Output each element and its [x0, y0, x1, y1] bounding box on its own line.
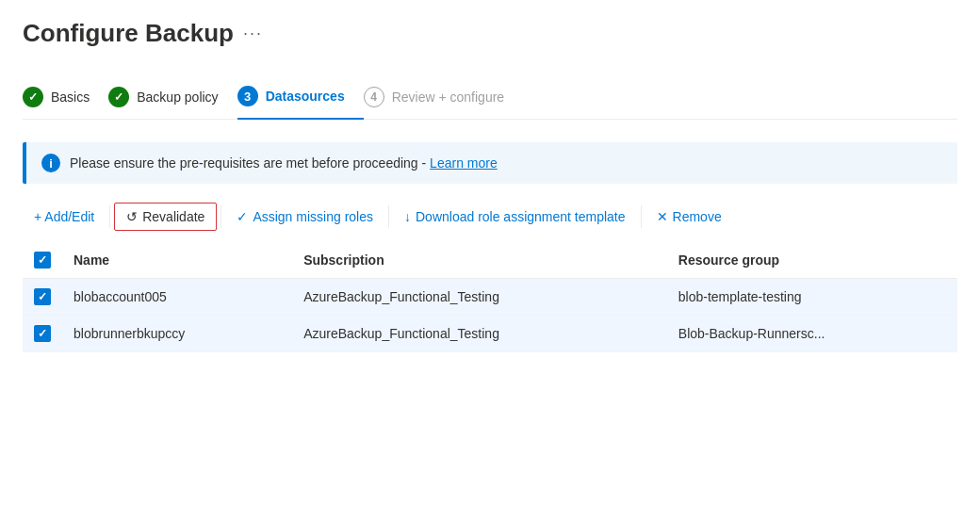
step-basics-circle: ✓	[23, 87, 43, 107]
select-all-checkbox[interactable]	[34, 252, 51, 269]
step-review-label: Review + configure	[392, 90, 504, 105]
step-datasources[interactable]: 3 Datasources	[237, 74, 364, 120]
download-icon: ↓	[404, 209, 411, 224]
info-icon: i	[41, 154, 60, 172]
add-edit-button[interactable]: + Add/Edit	[23, 204, 106, 230]
step-datasources-label: Datasources	[266, 89, 345, 104]
table-row[interactable]: blobaccount005 AzureBackup_Functional_Te…	[23, 279, 957, 316]
step-basics[interactable]: ✓ Basics	[23, 75, 108, 119]
toolbar-separator-4	[641, 205, 642, 228]
row-2-name: blobrunnerbkupccy	[62, 316, 292, 352]
toolbar-separator-3	[388, 205, 389, 228]
row-1-name: blobaccount005	[62, 279, 292, 316]
row-checkbox-1[interactable]	[23, 279, 62, 316]
row-checkbox-2[interactable]	[23, 316, 62, 352]
step-review-circle: 4	[364, 87, 384, 107]
remove-icon: ✕	[657, 209, 668, 224]
table-header-row: Name Subscription Resource group	[23, 242, 957, 279]
step-basics-label: Basics	[51, 90, 90, 105]
revalidate-icon: ↺	[126, 209, 138, 224]
step-backup-policy-circle: ✓	[108, 87, 129, 107]
page-header: Configure Backup ···	[23, 19, 957, 48]
toolbar-separator-1	[109, 205, 110, 228]
step-review[interactable]: 4 Review + configure	[364, 75, 523, 119]
row-2-resource-group: Blob-Backup-Runnersc...	[667, 316, 957, 352]
learn-more-link[interactable]: Learn more	[430, 155, 498, 171]
table-row[interactable]: blobrunnerbkupccy AzureBackup_Functional…	[23, 316, 957, 352]
download-template-button[interactable]: ↓ Download role assignment template	[393, 204, 637, 230]
info-banner: i Please ensure the pre-requisites are m…	[23, 142, 957, 184]
table-header-resource-group: Resource group	[667, 242, 957, 279]
row-2-subscription: AzureBackup_Functional_Testing	[292, 316, 667, 352]
toolbar-separator-2	[220, 205, 221, 228]
step-backup-policy[interactable]: ✓ Backup policy	[108, 75, 237, 119]
row-2-checkbox[interactable]	[34, 325, 51, 342]
row-1-resource-group: blob-template-testing	[667, 279, 957, 316]
step-backup-policy-label: Backup policy	[137, 90, 218, 105]
remove-button[interactable]: ✕ Remove	[645, 204, 733, 230]
table-header-subscription: Subscription	[292, 242, 667, 279]
datasources-table: Name Subscription Resource group blobacc…	[23, 242, 957, 352]
revalidate-button[interactable]: ↺ Revalidate	[114, 203, 217, 231]
table-header-name: Name	[62, 242, 292, 279]
page-title: Configure Backup	[23, 19, 234, 48]
step-datasources-circle: 3	[237, 86, 258, 106]
row-1-checkbox[interactable]	[34, 288, 51, 305]
assign-roles-icon: ✓	[237, 209, 248, 224]
table-header-checkbox[interactable]	[23, 242, 62, 279]
more-options-icon[interactable]: ···	[243, 24, 263, 43]
row-1-subscription: AzureBackup_Functional_Testing	[292, 279, 667, 316]
wizard-steps: ✓ Basics ✓ Backup policy 3 Datasources 4…	[23, 74, 957, 120]
toolbar: + Add/Edit ↺ Revalidate ✓ Assign missing…	[23, 203, 957, 231]
assign-roles-button[interactable]: ✓ Assign missing roles	[225, 204, 384, 230]
info-banner-text: Please ensure the pre-requisites are met…	[70, 155, 498, 171]
